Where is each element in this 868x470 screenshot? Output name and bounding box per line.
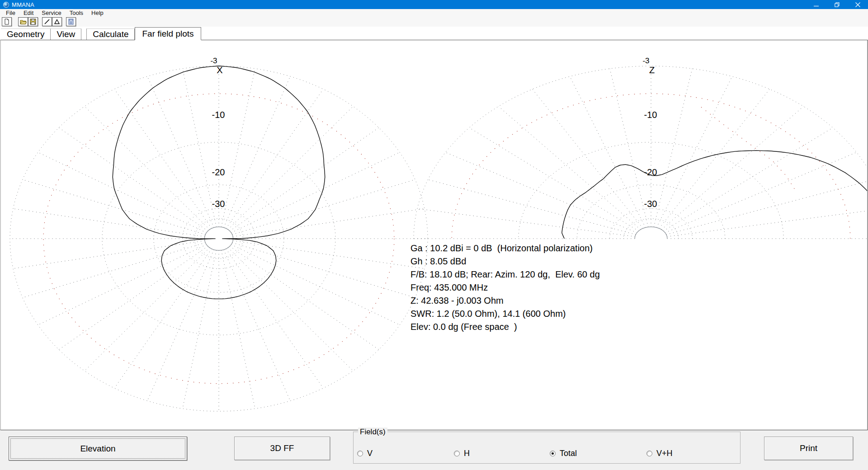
menu-help[interactable]: Help — [87, 9, 108, 16]
tab-bar: Geometry View Calculate Far field plots — [0, 27, 868, 40]
menu-bar: File Edit Service Tools Help — [0, 9, 868, 16]
new-file-button[interactable] — [2, 17, 12, 26]
field-option-total[interactable]: Total — [550, 449, 577, 458]
field-option-v-plus-h[interactable]: V+H — [646, 449, 673, 458]
far-field-plot-area: -10-20-30X-3-10-20-30Z-3 Ga : 10.2 dBi =… — [0, 40, 868, 430]
azimuth-plot-curve — [113, 66, 325, 299]
menu-file[interactable]: File — [2, 9, 19, 16]
line-icon — [44, 19, 50, 25]
radio-vh-icon[interactable] — [646, 451, 652, 456]
svg-text:-3: -3 — [642, 56, 649, 65]
minimize-button[interactable] — [806, 0, 826, 9]
radio-v-icon[interactable] — [357, 451, 363, 456]
elevation-plot-curve — [562, 150, 867, 239]
field-option-v[interactable]: V — [357, 449, 373, 458]
save-file-button[interactable] — [28, 17, 38, 26]
open-folder-icon — [20, 19, 27, 25]
radio-v-label: V — [367, 449, 373, 458]
svg-text:-10: -10 — [644, 110, 657, 120]
fields-group-label: Field(s) — [358, 428, 387, 437]
draw-triangle-button[interactable] — [52, 17, 62, 26]
result-line-freq: Freq: 435.000 MHz — [410, 281, 600, 294]
svg-text:-30: -30 — [644, 199, 657, 209]
svg-text:-10: -10 — [212, 110, 225, 120]
print-button[interactable]: Print — [764, 437, 853, 460]
field-option-h[interactable]: H — [454, 449, 470, 458]
title-bar: MMANA — [0, 0, 868, 9]
svg-text:-30: -30 — [212, 199, 225, 209]
toolbar — [0, 16, 868, 27]
svg-text:-3: -3 — [210, 56, 217, 65]
calculation-results: Ga : 10.2 dBi = 0 dB (Horizontal polariz… — [410, 242, 600, 334]
svg-text:Z: Z — [649, 65, 655, 75]
far-field-plots-canvas: -10-20-30X-3-10-20-30Z-3 — [1, 40, 867, 430]
save-floppy-icon — [30, 19, 36, 25]
radio-vh-label: V+H — [656, 449, 673, 458]
result-line-gain: Ga : 10.2 dBi = 0 dB (Horizontal polariz… — [410, 242, 600, 255]
radio-total-icon[interactable] — [550, 451, 556, 456]
calculate-button[interactable] — [66, 17, 76, 26]
elevation-button[interactable]: Elevation — [9, 437, 187, 461]
result-line-elev: Elev: 0.0 dg (Free space ) — [410, 320, 600, 334]
draw-line-button[interactable] — [42, 17, 52, 26]
svg-text:X: X — [217, 65, 222, 75]
elevation-plot: -10-20-30Z-3 — [414, 56, 867, 239]
restore-button[interactable] — [826, 0, 847, 9]
tab-far-field-plots[interactable]: Far field plots — [135, 27, 201, 40]
menu-tools[interactable]: Tools — [66, 9, 87, 16]
menu-edit[interactable]: Edit — [19, 9, 38, 16]
3d-ff-button[interactable]: 3D FF — [234, 437, 330, 460]
azimuth-plot: -10-20-30X-3 — [10, 56, 428, 411]
window-title: MMANA — [12, 1, 34, 8]
tab-view[interactable]: View — [51, 28, 81, 40]
result-line-fb: F/B: 18.10 dB; Rear: Azim. 120 dg, Elev.… — [410, 268, 600, 281]
svg-text:-20: -20 — [212, 167, 225, 177]
fields-groupbox: Field(s) V H Total V+H — [353, 432, 741, 464]
tab-calculate[interactable]: Calculate — [86, 28, 135, 40]
result-line-gh: Gh : 8.05 dBd — [410, 255, 600, 268]
close-button[interactable] — [847, 0, 868, 9]
app-icon — [3, 2, 9, 8]
radio-h-icon[interactable] — [454, 451, 460, 456]
mmana-window: MMANA File Edit Service Tools Help — [0, 0, 868, 470]
radio-h-label: H — [464, 449, 470, 458]
calculator-icon — [68, 19, 74, 25]
result-line-swr: SWR: 1.2 (50.0 Ohm), 14.1 (600 Ohm) — [410, 307, 600, 320]
new-file-icon — [4, 19, 10, 25]
open-file-button[interactable] — [18, 17, 28, 26]
radio-total-label: Total — [560, 449, 577, 458]
tab-geometry[interactable]: Geometry — [1, 28, 51, 40]
bottom-panel: Elevation 3D FF Field(s) V H Total V+H P… — [0, 430, 868, 470]
result-line-impedance: Z: 42.638 - j0.003 Ohm — [410, 294, 600, 307]
triangle-icon — [54, 19, 60, 25]
menu-service[interactable]: Service — [38, 9, 65, 16]
